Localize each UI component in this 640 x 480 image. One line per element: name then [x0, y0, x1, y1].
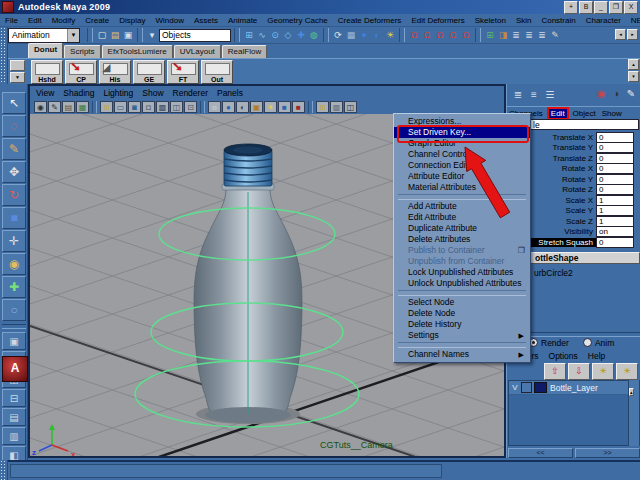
move-tool[interactable]: ✥: [2, 161, 26, 183]
use-all-lights-icon[interactable]: ■: [292, 101, 305, 113]
film-gate-icon[interactable]: ▭: [114, 101, 127, 113]
menubar-item-constrain[interactable]: Constrain: [541, 16, 575, 25]
menu-item-unlock-unpublished-attributes[interactable]: Unlock Unpublished Attributes: [394, 278, 530, 289]
shelf-item-his[interactable]: ◢His: [99, 60, 131, 84]
viewport-menu-panels[interactable]: Panels: [217, 88, 243, 98]
chevron-down-icon[interactable]: ▼: [67, 29, 79, 42]
shelf-item-ft[interactable]: ➘FT: [167, 60, 199, 84]
bookmarks-icon[interactable]: ▤: [62, 101, 75, 113]
channel-value-field[interactable]: 0: [596, 163, 634, 174]
menu-item-set-driven-key[interactable]: Set Driven Key...: [394, 127, 530, 138]
magnet-icon-3[interactable]: Ω: [434, 29, 446, 42]
status-nav-right-button[interactable]: ▸: [627, 29, 638, 40]
shelf-scroll-up-button[interactable]: ▴: [628, 59, 639, 70]
menu-item-select-node[interactable]: Select Node: [394, 297, 530, 308]
character-set-icon-3[interactable]: ≣: [536, 29, 548, 42]
exposure-icon[interactable]: ◫: [344, 101, 357, 113]
layer-editor-toggle-icon[interactable]: ≡: [527, 88, 541, 102]
make-live-icon[interactable]: ◍: [308, 29, 320, 42]
channel-value-field[interactable]: 0: [596, 184, 634, 195]
menu-item-delete-node[interactable]: Delete Node: [394, 308, 530, 319]
ipr-render-icon[interactable]: ◐: [371, 29, 383, 42]
menubar-item-file[interactable]: File: [5, 16, 18, 25]
pencil-icon[interactable]: ✎: [624, 87, 638, 101]
snap-together-icon[interactable]: ✚: [295, 29, 307, 42]
restore-button[interactable]: ❐: [609, 1, 623, 14]
titlebar-extra-button-2[interactable]: B: [579, 1, 593, 14]
menubar-item-modify[interactable]: Modify: [52, 16, 76, 25]
hypergraph-icon[interactable]: ◨: [497, 29, 509, 42]
layer-checkbox[interactable]: [521, 382, 532, 393]
menu-item-settings[interactable]: Settings▶: [394, 330, 530, 341]
snap-point-icon[interactable]: ⊙: [269, 29, 281, 42]
rotate-tool[interactable]: ↻: [2, 184, 26, 206]
lasso-tool[interactable]: ◌: [2, 115, 26, 137]
menu-item-expressions[interactable]: Expressions...: [394, 116, 530, 127]
create-node-icon[interactable]: ⊞: [484, 29, 496, 42]
move-layer-down-button[interactable]: ⇩: [568, 363, 590, 380]
tab-show[interactable]: Show: [602, 109, 622, 118]
shelf-tab-uvlayout[interactable]: UVLayout: [174, 45, 221, 58]
xray-icon[interactable]: ▩: [330, 101, 343, 113]
menubar-item-skin[interactable]: Skin: [516, 16, 532, 25]
menubar-item-create-deformers[interactable]: Create Deformers: [338, 16, 402, 25]
open-scene-icon[interactable]: ▤: [109, 29, 121, 42]
move-layer-up-button[interactable]: ⇧: [544, 363, 566, 380]
two-pane-stacked-layout-button[interactable]: ⊟: [2, 389, 26, 407]
menu-item-delete-history[interactable]: Delete History: [394, 319, 530, 330]
anim-layer-radio[interactable]: Anim: [583, 338, 614, 348]
shelf-grip[interactable]: [0, 44, 8, 84]
menu-item-connection-editor[interactable]: Connection Editor: [394, 160, 530, 171]
new-scene-icon[interactable]: ▢: [96, 29, 108, 42]
menubar-item-window[interactable]: Window: [156, 16, 184, 25]
shelf-scroll-down-button[interactable]: ▾: [628, 71, 639, 82]
show-manipulator-tool[interactable]: ✚: [2, 276, 26, 298]
render-layer-radio[interactable]: Render: [529, 338, 569, 348]
menubar-item-animate[interactable]: Animate: [228, 16, 257, 25]
close-button[interactable]: X: [624, 1, 638, 14]
rewind-button[interactable]: <<: [508, 448, 573, 458]
character-set-icon-2[interactable]: ≣: [523, 29, 535, 42]
menubar-item-edit-deformers[interactable]: Edit Deformers: [411, 16, 464, 25]
menubar-item-skeleton[interactable]: Skeleton: [475, 16, 506, 25]
menu-set-dropdown[interactable]: Animation ▼: [8, 28, 80, 43]
flat-shade-icon[interactable]: ◐: [236, 101, 249, 113]
construction-history-icon[interactable]: ⟳: [332, 29, 344, 42]
viewport-menu-shading[interactable]: Shading: [63, 88, 94, 98]
last-tool-used[interactable]: ○: [2, 299, 26, 321]
render-current-frame-icon[interactable]: ●: [358, 29, 370, 42]
channel-value-field[interactable]: 0: [596, 237, 634, 248]
channel-value-field[interactable]: on: [596, 226, 634, 237]
magnet-icon-4[interactable]: Ω: [447, 29, 459, 42]
titlebar-extra-button-1[interactable]: +: [564, 1, 578, 14]
snap-curve-icon[interactable]: ∿: [256, 29, 268, 42]
select-tool[interactable]: ↖: [2, 92, 26, 114]
scroll-up-icon[interactable]: ▴: [629, 388, 634, 396]
shelf-item-cp[interactable]: ➘CP: [65, 60, 97, 84]
menu-item-edit-attribute[interactable]: Edit Attribute: [394, 212, 530, 223]
render-settings-icon[interactable]: ☀: [384, 29, 396, 42]
script-editor-icon[interactable]: ✎: [549, 29, 561, 42]
forward-button[interactable]: >>: [575, 448, 640, 458]
menu-item-add-attribute[interactable]: Add Attribute: [394, 201, 530, 212]
character-set-icon-1[interactable]: ≣: [510, 29, 522, 42]
layer-visibility-toggle[interactable]: V: [509, 383, 521, 392]
selection-mask-field[interactable]: [159, 29, 231, 42]
menubar-item-assets[interactable]: Assets: [194, 16, 218, 25]
viewport-menu-view[interactable]: View: [36, 88, 54, 98]
menubar-item-geometry-cache[interactable]: Geometry Cache: [267, 16, 327, 25]
channel-layer-split-icon[interactable]: ☰: [543, 88, 557, 102]
smooth-shade-icon[interactable]: ●: [222, 101, 235, 113]
status-nav-left-button[interactable]: ◂: [615, 29, 626, 40]
layer-menu-help[interactable]: Help: [588, 351, 605, 361]
channel-value-field[interactable]: 1: [596, 195, 634, 206]
isolate-select-icon[interactable]: ⊞: [316, 101, 329, 113]
statusline-grip[interactable]: [0, 27, 8, 44]
menu-item-material-attributes[interactable]: Material Attributes: [394, 182, 530, 193]
shelf-item-out[interactable]: Out: [201, 60, 233, 84]
grid-toggle-icon[interactable]: ⊞: [100, 101, 113, 113]
single-pane-layout-button[interactable]: ▣: [2, 332, 26, 350]
layer-row-bottle-layer[interactable]: VBottle_Layer: [509, 381, 639, 395]
command-line-input[interactable]: [10, 464, 442, 478]
rgb-channels-icon[interactable]: ◉: [594, 87, 608, 101]
